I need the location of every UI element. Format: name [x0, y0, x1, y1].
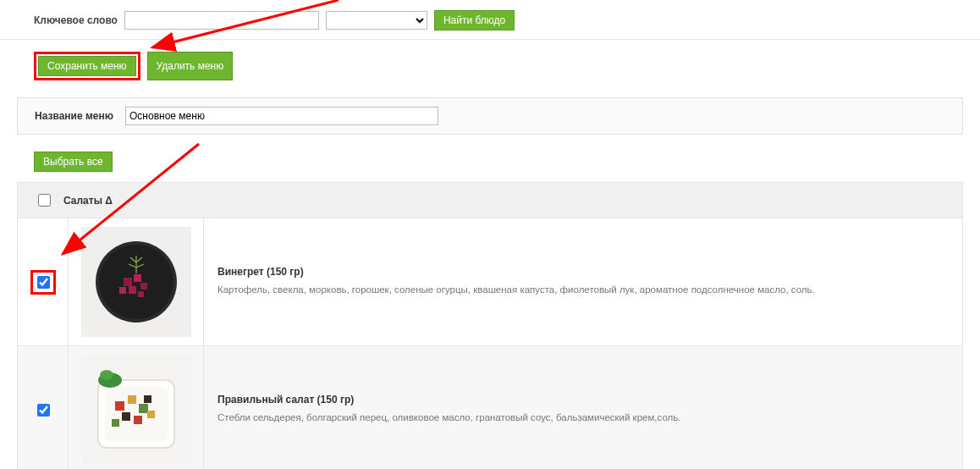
menu-name-label: Название меню: [35, 110, 113, 122]
category-select[interactable]: [326, 11, 427, 30]
category-header: Салаты Δ: [17, 182, 963, 218]
keyword-label: Ключевое слово: [34, 14, 118, 26]
svg-rect-19: [139, 404, 148, 413]
svg-rect-5: [129, 286, 136, 294]
svg-rect-21: [134, 416, 142, 424]
dish-image-icon: [81, 227, 191, 337]
menu-name-input[interactable]: [125, 107, 438, 125]
svg-rect-3: [124, 278, 132, 286]
svg-rect-22: [147, 411, 155, 418]
dish-body: Правильный салат (150 гр) Стебли сельдер…: [204, 346, 962, 469]
svg-rect-17: [115, 401, 124, 411]
category-checkbox[interactable]: [38, 194, 51, 207]
search-bar: Ключевое слово Найти блюдо: [0, 0, 980, 40]
menu-actions: Сохранить меню Удалить меню: [0, 40, 980, 94]
delete-menu-button[interactable]: Удалить меню: [147, 52, 234, 80]
dish-title: Правильный салат (150 гр): [217, 394, 949, 406]
dish-desc: Стебли сельдерея, болгарский перец, олив…: [217, 411, 949, 425]
dish-check-cell: [18, 346, 69, 469]
svg-rect-18: [128, 395, 136, 404]
select-all-button[interactable]: Выбрать все: [34, 152, 113, 172]
dish-title: Винегрет (150 гр): [217, 266, 949, 278]
svg-rect-8: [138, 291, 144, 297]
dish-body: Винегрет (150 гр) Картофель, свекла, мор…: [204, 218, 962, 345]
svg-rect-20: [122, 412, 130, 421]
dish-image-icon: [81, 355, 191, 465]
dish-check-cell: [18, 218, 69, 345]
svg-rect-6: [140, 283, 147, 290]
dish-desc: Картофель, свекла, морковь, горошек, сол…: [217, 283, 949, 297]
svg-rect-24: [144, 395, 151, 403]
category-label: Салаты Δ: [63, 195, 113, 207]
menu-name-row: Название меню: [17, 97, 963, 135]
svg-point-26: [100, 370, 113, 380]
dish-checkbox[interactable]: [37, 276, 50, 289]
svg-rect-23: [112, 419, 119, 427]
find-dish-button[interactable]: Найти блюдо: [434, 10, 515, 30]
svg-rect-7: [119, 287, 126, 294]
svg-rect-4: [134, 274, 141, 282]
svg-rect-16: [105, 387, 168, 441]
dish-checkbox[interactable]: [37, 404, 50, 417]
select-all-row: Выбрать все: [17, 146, 963, 177]
dish-row: Винегрет (150 гр) Картофель, свекла, мор…: [17, 218, 963, 346]
dish-image-cell: [69, 346, 204, 469]
dish-row: Правильный салат (150 гр) Стебли сельдер…: [17, 346, 963, 469]
keyword-input[interactable]: [124, 11, 319, 30]
dish-checkbox-highlight: [30, 270, 56, 295]
save-menu-button[interactable]: Сохранить меню: [38, 56, 136, 76]
dish-image-cell: [69, 218, 204, 345]
save-menu-highlight: Сохранить меню: [34, 52, 140, 80]
